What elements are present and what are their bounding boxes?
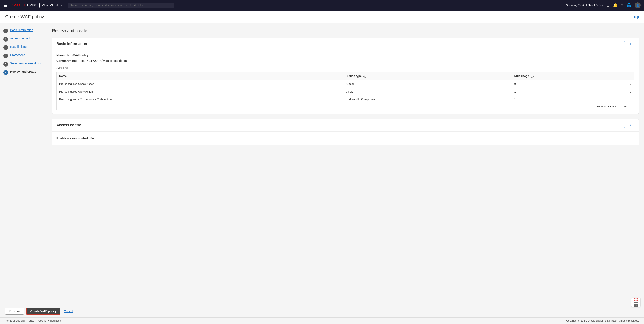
cell-rule-usage-0: 0 ⌄ bbox=[512, 80, 634, 88]
dot-7 bbox=[634, 305, 635, 307]
sidebar-label-basic-information: Basic information bbox=[10, 28, 33, 32]
help-widget[interactable] bbox=[631, 297, 640, 307]
cloud-text: Cloud bbox=[27, 4, 36, 7]
step-circle-6: 6 bbox=[4, 70, 8, 75]
table-row: Pre-configured Allow Action Allow 1 ⌄ bbox=[57, 88, 634, 95]
dot-9 bbox=[637, 305, 638, 307]
name-label: Name: bbox=[56, 54, 66, 57]
bell-icon[interactable]: 🔔 bbox=[613, 3, 618, 8]
create-waf-policy-button[interactable]: Create WAF policy bbox=[26, 307, 60, 315]
sidebar-item-basic-information[interactable]: 1 Basic information bbox=[4, 28, 44, 33]
hamburger-icon[interactable]: ☰ bbox=[4, 3, 7, 8]
page-footer: Terms of Use and Privacy Cookie Preferen… bbox=[0, 317, 644, 324]
actions-section-title: Actions bbox=[56, 66, 634, 70]
sidebar-item-enforcement-point[interactable]: 5 Select enforcement point bbox=[4, 62, 44, 67]
cell-action-type-0: Check bbox=[344, 80, 512, 88]
step-circle-3: 3 bbox=[4, 45, 8, 50]
cloud-classic-button[interactable]: Cloud Classic > bbox=[40, 3, 64, 8]
access-control-edit-button[interactable]: Edit bbox=[624, 123, 634, 128]
cell-name-0: Pre-configured Check Action bbox=[57, 80, 344, 88]
basic-information-card-body: Name: hub-WAF-policy Compartment: (root)… bbox=[52, 50, 639, 114]
region-label: Germany Central (Frankfurt) bbox=[566, 4, 600, 7]
access-control-card-title: Access control bbox=[56, 123, 82, 127]
enable-access-control-label: Enable access control: bbox=[56, 137, 89, 140]
cancel-button[interactable]: Cancel bbox=[63, 308, 74, 314]
region-selector[interactable]: Germany Central (Frankfurt) ▾ bbox=[566, 4, 603, 7]
help-icon[interactable]: ? bbox=[621, 3, 623, 8]
main-wrapper: 1 Basic information 2 Access control 3 R… bbox=[0, 23, 644, 305]
table-footer: Showing 3 items ‹ 1 of 1 › bbox=[56, 103, 634, 110]
chevron-down-icon[interactable]: ⌄ bbox=[629, 98, 632, 101]
page-header: Create WAF policy Help bbox=[0, 11, 644, 23]
name-row: Name: hub-WAF-policy bbox=[56, 54, 634, 57]
search-input[interactable] bbox=[68, 3, 174, 8]
section-title: Review and create bbox=[52, 28, 639, 33]
copyright-text: Copyright © 2024, Oracle and/or its affi… bbox=[566, 319, 639, 322]
pagination-prev-button[interactable]: ‹ bbox=[619, 105, 620, 108]
rule-usage-info-icon[interactable]: i bbox=[531, 75, 534, 78]
sidebar-label-review-create: Review and create bbox=[10, 70, 36, 73]
console-icon[interactable]: ⊡ bbox=[606, 3, 610, 8]
help-widget-dot-grid bbox=[634, 302, 638, 307]
dot-2 bbox=[635, 302, 636, 303]
sidebar-label-access-control: Access control bbox=[10, 37, 30, 40]
table-row: Pre-configured Check Action Check 0 ⌄ bbox=[57, 80, 634, 88]
dot-6 bbox=[637, 304, 638, 305]
name-value: hub-WAF-policy bbox=[67, 54, 88, 57]
page-title: Create WAF policy bbox=[5, 14, 44, 20]
pagination-next-button[interactable]: › bbox=[630, 105, 632, 108]
enable-access-control-value: Yes bbox=[90, 137, 94, 140]
sidebar-item-rate-limiting[interactable]: 3 Rate limiting bbox=[4, 45, 44, 50]
compartment-value: (root)/NETWORK/IwanHoogendoorn bbox=[78, 59, 127, 63]
chevron-down-icon[interactable]: ⌄ bbox=[629, 82, 632, 86]
table-header-row: Name Action type i Rule usage i bbox=[57, 72, 634, 80]
region-arrow-icon: ▾ bbox=[602, 4, 603, 7]
access-control-card-body: Enable access control: Yes bbox=[52, 132, 639, 145]
dot-1 bbox=[634, 302, 635, 303]
column-action-type: Action type i bbox=[344, 72, 512, 80]
help-widget-ring bbox=[634, 298, 638, 301]
enable-access-control-row: Enable access control: Yes bbox=[56, 135, 634, 142]
top-navigation: ☰ ORACLE Cloud Cloud Classic > Germany C… bbox=[0, 0, 644, 11]
cell-rule-usage-1: 1 ⌄ bbox=[512, 88, 634, 95]
dot-4 bbox=[634, 304, 635, 305]
help-link[interactable]: Help bbox=[633, 15, 639, 19]
sidebar-label-enforcement-point: Select enforcement point bbox=[10, 62, 43, 65]
footer-links: Terms of Use and Privacy Cookie Preferen… bbox=[5, 319, 64, 322]
basic-information-edit-button[interactable]: Edit bbox=[624, 41, 634, 47]
bottom-bar: Previous Create WAF policy Cancel bbox=[0, 305, 644, 317]
cell-name-2: Pre-configured 401 Response Code Action bbox=[57, 95, 344, 103]
sidebar-item-protections[interactable]: 4 Protections bbox=[4, 53, 44, 58]
table-row: Pre-configured 401 Response Code Action … bbox=[57, 95, 634, 103]
content-area: Review and create Basic information Edit… bbox=[47, 23, 644, 305]
cookie-link[interactable]: Cookie Preferences bbox=[38, 319, 61, 322]
previous-button[interactable]: Previous bbox=[5, 308, 24, 315]
cell-name-1: Pre-configured Allow Action bbox=[57, 88, 344, 95]
access-control-card: Access control Edit Enable access contro… bbox=[52, 119, 639, 145]
sidebar-item-review-create[interactable]: 6 Review and create bbox=[4, 70, 44, 75]
oracle-logo: ORACLE Cloud bbox=[11, 4, 36, 7]
dot-3 bbox=[637, 302, 638, 303]
dot-5 bbox=[635, 304, 636, 305]
globe-icon[interactable]: 🌐 bbox=[626, 3, 631, 8]
terms-link[interactable]: Terms of Use and Privacy bbox=[5, 319, 34, 322]
sidebar-label-protections: Protections bbox=[10, 53, 25, 57]
sidebar-label-rate-limiting: Rate limiting bbox=[10, 45, 26, 48]
column-name: Name bbox=[57, 72, 344, 80]
action-type-info-icon[interactable]: i bbox=[363, 75, 366, 78]
compartment-row: Compartment: (root)/NETWORK/IwanHoogendo… bbox=[56, 59, 634, 63]
column-rule-usage: Rule usage i bbox=[512, 72, 634, 80]
chevron-down-icon[interactable]: ⌄ bbox=[629, 90, 632, 93]
basic-information-card: Basic information Edit Name: hub-WAF-pol… bbox=[52, 38, 639, 114]
user-avatar[interactable]: 👤 bbox=[635, 2, 640, 8]
step-circle-2: 2 bbox=[4, 37, 8, 42]
sidebar-item-access-control[interactable]: 2 Access control bbox=[4, 37, 44, 42]
showing-items-text: Showing 3 items bbox=[596, 105, 617, 108]
step-circle-5: 5 bbox=[4, 62, 8, 67]
actions-table: Name Action type i Rule usage i bbox=[56, 72, 634, 103]
dot-8 bbox=[635, 305, 636, 307]
cell-action-type-2: Return HTTP response bbox=[344, 95, 512, 103]
basic-information-card-title: Basic information bbox=[56, 42, 87, 46]
cell-action-type-1: Allow bbox=[344, 88, 512, 95]
compartment-label: Compartment: bbox=[56, 59, 77, 63]
